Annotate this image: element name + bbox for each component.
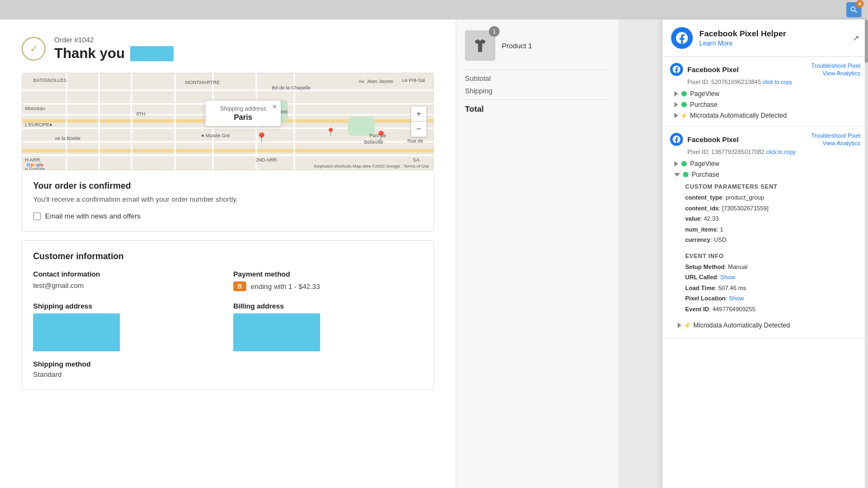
pixel1-troubleshoot[interactable]: Troubleshoot Pixel — [811, 62, 860, 69]
map-label: Monceau — [25, 106, 45, 111]
pixel1-purchase-label: Purchase — [690, 101, 718, 108]
product-row: 1 Product 1 — [465, 30, 610, 61]
event-info-load-time: Load Time: 507.46 ms — [685, 284, 853, 293]
param-currency-key: currency — [685, 236, 710, 243]
pixel1-click-copy[interactable]: click to copy — [763, 79, 792, 85]
pixel1-pageview-triangle — [674, 91, 678, 97]
map-road-thick — [22, 149, 433, 152]
url-called-key: URL Called — [685, 274, 717, 280]
map-label: Rue de — [407, 138, 423, 144]
pixel2-microdata-row[interactable]: ⚡ Microdata Automatically Detected — [670, 318, 860, 332]
product-image-wrapper: 1 — [465, 30, 495, 61]
pixel1-purchase-triangle — [674, 102, 678, 107]
map-container[interactable]: BATIGNOLLES MONTMARTRE Bd de la Chapelle… — [22, 73, 434, 170]
map-popup-title: Shipping address — [213, 105, 273, 112]
payment-block: Payment method B ending with 1 - $42.33 — [233, 270, 423, 291]
summary-divider-2 — [465, 99, 610, 100]
subtotal-row: Subtotal — [465, 74, 610, 82]
pixel1-microdata-dot: ⚡ — [681, 113, 687, 118]
pixel2-pageview-dot — [681, 161, 687, 166]
map-footer: Keyboard shortcuts Map data ©2022 Google… — [314, 164, 429, 169]
map-zoom-out[interactable]: − — [411, 121, 426, 137]
pixel-panel-header: Facebook Pixel Helper Learn More ↗ — [662, 20, 868, 57]
pixel-helper-panel: Facebook Pixel Helper Learn More ↗ F — [662, 20, 868, 488]
custom-params-section: CUSTOM PARAMETERS SENT content_type: pro… — [670, 180, 860, 249]
pixel-scroll-area[interactable]: Facebook Pixel Troubleshoot Pixel View A… — [662, 57, 868, 488]
map-zoom-in[interactable]: + — [411, 106, 426, 121]
subtotal-label: Subtotal — [465, 74, 491, 82]
contact-block: Contact information test@gmail.com — [33, 270, 222, 291]
shipping-address-placeholder — [33, 313, 120, 351]
pixel1-fb-icon — [673, 66, 680, 73]
shipping-label: Shipping — [465, 87, 493, 95]
payment-value: ending with 1 - $42.33 — [251, 282, 320, 291]
customer-name-placeholder — [130, 46, 174, 61]
param-num-items: num_items: 1 — [685, 225, 853, 234]
pixel2-view-analytics[interactable]: View Analytics — [822, 140, 860, 146]
map-road — [22, 155, 433, 156]
map-google-logo: Google — [27, 162, 43, 168]
map-zoom-controls: + − — [411, 106, 427, 137]
extension-icon-wrapper: 6 — [846, 2, 861, 17]
product-qty-badge: 1 — [489, 26, 500, 37]
pixel1-view-analytics[interactable]: View Analytics — [822, 70, 860, 76]
map-popup-close[interactable]: ✕ — [272, 103, 277, 111]
pixel2-fb-icon — [673, 136, 680, 143]
url-called-link[interactable]: Show — [720, 274, 736, 280]
confirmation-title: Your order is confirmed — [33, 181, 423, 191]
map-road — [98, 73, 100, 170]
total-row: Total — [465, 104, 610, 113]
external-link-icon[interactable]: ↗ — [853, 34, 859, 42]
map-label: MONTMARTRE — [185, 80, 220, 85]
pixel1-microdata-row[interactable]: ⚡ Microdata Automatically Detected — [670, 110, 860, 121]
shipping-address-block: Shipping address — [33, 302, 222, 351]
extension-icon[interactable]: 6 — [846, 2, 861, 17]
pixel2-purchase-triangle — [674, 173, 680, 177]
email-checkbox[interactable] — [33, 213, 41, 220]
map-background: BATIGNOLLES MONTMARTRE Bd de la Chapelle… — [22, 73, 433, 170]
pixel1-purchase-dot — [681, 102, 687, 107]
pixel1-pageview-row[interactable]: PageView — [670, 88, 860, 99]
shipping-method-label: Shipping method — [33, 360, 423, 368]
pixel-location-link[interactable]: Show — [729, 295, 744, 301]
payment-row: B ending with 1 - $42.33 — [233, 281, 423, 291]
map-road — [174, 73, 176, 170]
pixel2-microdata-label: Microdata Automatically Detected — [693, 322, 790, 329]
scroll-thumb[interactable] — [865, 20, 868, 63]
customer-info-title: Customer information — [33, 252, 423, 261]
order-number: Order #1042 — [54, 36, 174, 44]
pixel2-purchase-row[interactable]: Purchase — [670, 169, 860, 180]
product-tshirt-icon — [471, 37, 489, 54]
billing-address-placeholder — [233, 313, 320, 351]
pixel2-microdata-triangle — [678, 323, 681, 328]
pixel1-purchase-row[interactable]: Purchase — [670, 99, 860, 110]
map-label: L'EUROPE● — [25, 122, 52, 127]
pixel1-actions: Troubleshoot Pixel View Analytics — [811, 62, 860, 76]
order-title-area: Order #1042 Thank you — [54, 36, 174, 62]
map-label: 9TH — [136, 111, 145, 117]
billing-address-label: Billing address — [233, 302, 423, 310]
confirmation-box: Your order is confirmed You'll receive a… — [22, 170, 434, 232]
pixel1-id-row: Pixel ID: 520761696213845 click to copy — [687, 79, 860, 85]
thank-you-row: Thank you — [54, 45, 174, 62]
map-marker-red: 📍 — [256, 132, 267, 144]
learn-more-link[interactable]: Learn More — [699, 40, 732, 47]
param-value-key: value — [685, 215, 700, 222]
map-label: ● Musée Gre — [201, 133, 229, 138]
param-currency: currency: USD — [685, 235, 853, 245]
pixel2-click-copy[interactable]: click to copy — [766, 149, 795, 155]
map-road — [66, 73, 67, 170]
event-info-url-called: URL Called: Show — [685, 273, 853, 282]
pixel2-id-value: 1387793285017082 — [711, 149, 764, 155]
pixel2-troubleshoot[interactable]: Troubleshoot Pixel — [811, 132, 860, 139]
event-info-title: EVENT INFO — [685, 253, 853, 259]
checkmark-circle: ✓ — [22, 37, 46, 61]
pixel1-pageview-label: PageView — [690, 90, 719, 98]
pixel2-name: Facebook Pixel — [687, 136, 807, 144]
map-label: BATIGNOLLES — [33, 78, 67, 83]
customer-info: Customer information Contact information… — [22, 240, 434, 390]
pixel2-pageview-triangle — [674, 161, 678, 166]
pixel2-header: Facebook Pixel Troubleshoot Pixel View A… — [670, 132, 860, 146]
pixel1-microdata-triangle — [674, 113, 678, 118]
pixel2-pageview-row[interactable]: PageView — [670, 158, 860, 169]
